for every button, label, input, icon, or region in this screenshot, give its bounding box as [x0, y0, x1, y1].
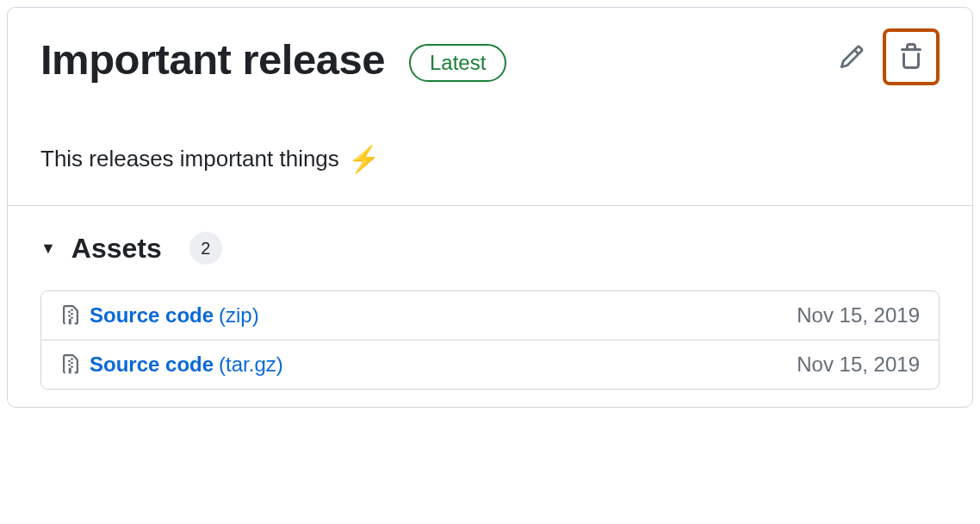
edit-button[interactable]: [831, 36, 872, 78]
file-zip-icon: [60, 354, 81, 375]
asset-date: Nov 15, 2019: [797, 352, 920, 377]
assets-section: ▼ Assets 2 Source code (zip) Nov 15,: [8, 206, 972, 407]
latest-badge: Latest: [409, 44, 506, 82]
asset-link[interactable]: Source code (zip): [90, 303, 259, 328]
release-description-text: This releases important things: [40, 146, 339, 172]
release-title-row: Important release Latest: [40, 35, 940, 84]
release-title: Important release: [40, 35, 385, 84]
asset-name: Source code: [90, 303, 214, 328]
asset-row: Source code (tar.gz) Nov 15, 2019: [41, 340, 939, 389]
asset-name: Source code: [90, 352, 214, 377]
asset-date: Nov 15, 2019: [797, 303, 920, 328]
asset-ext: (tar.gz): [219, 352, 283, 377]
assets-toggle[interactable]: ▼ Assets 2: [40, 232, 940, 265]
release-card: Important release Latest This releases i…: [7, 7, 973, 408]
asset-row: Source code (zip) Nov 15, 2019: [41, 291, 939, 340]
asset-link[interactable]: Source code (tar.gz): [90, 352, 283, 377]
release-description: This releases important things ⚡: [40, 146, 940, 172]
assets-heading: Assets: [71, 233, 162, 265]
zap-emoji: ⚡: [348, 147, 380, 172]
file-zip-icon: [60, 305, 81, 326]
asset-left: Source code (zip): [60, 303, 259, 328]
asset-left: Source code (tar.gz): [60, 352, 283, 377]
asset-ext: (zip): [219, 303, 259, 328]
delete-button[interactable]: [883, 28, 940, 85]
assets-count-badge: 2: [189, 232, 222, 265]
assets-list: Source code (zip) Nov 15, 2019 Source co…: [40, 290, 940, 390]
release-header-section: Important release Latest This releases i…: [8, 8, 972, 206]
pencil-icon: [839, 44, 865, 70]
caret-down-icon: ▼: [40, 240, 56, 258]
action-icons: [831, 28, 940, 85]
trash-icon: [897, 43, 925, 71]
